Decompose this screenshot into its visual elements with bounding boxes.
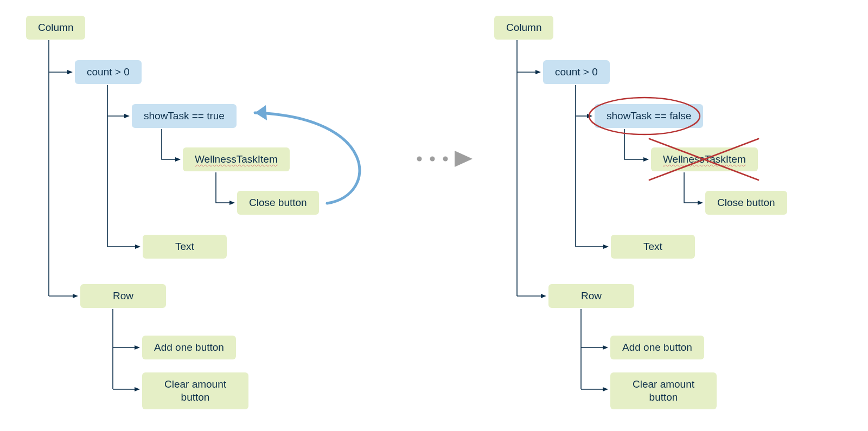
left-clearamount-node: Clear amount button <box>142 372 248 409</box>
right-closebutton-node: Close button <box>705 191 787 215</box>
right-clearamount-label: Clear amount button <box>622 378 705 404</box>
right-showtask-label: showTask == false <box>607 110 691 123</box>
left-count-node: count > 0 <box>75 60 142 84</box>
right-column-node: Column <box>494 16 553 40</box>
transition-arrow-icon <box>417 151 473 167</box>
left-row-node: Row <box>80 284 166 308</box>
left-wellness-node: WellnessTaskItem <box>183 147 290 171</box>
right-closebutton-label: Close button <box>717 196 775 209</box>
svg-point-0 <box>417 157 422 162</box>
right-text-label: Text <box>643 240 662 253</box>
left-closebutton-node: Close button <box>237 191 319 215</box>
right-text-node: Text <box>611 235 695 259</box>
left-addone-label: Add one button <box>154 341 224 354</box>
left-count-label: count > 0 <box>87 66 130 79</box>
left-row-label: Row <box>113 290 133 303</box>
left-text-label: Text <box>175 240 194 253</box>
right-wellness-label: WellnessTaskItem <box>663 153 746 166</box>
right-addone-node: Add one button <box>610 336 704 359</box>
left-closebutton-label: Close button <box>249 196 307 209</box>
left-text-node: Text <box>143 235 227 259</box>
right-column-label: Column <box>506 21 541 34</box>
svg-point-2 <box>443 157 448 162</box>
left-addone-node: Add one button <box>142 336 236 359</box>
right-showtask-node: showTask == false <box>595 104 703 128</box>
right-wellness-node: WellnessTaskItem <box>651 147 758 171</box>
right-row-node: Row <box>548 284 634 308</box>
left-column-label: Column <box>38 21 73 34</box>
diagram-canvas: Column count > 0 showTask == true Wellne… <box>0 0 868 431</box>
left-wellness-label: WellnessTaskItem <box>195 153 278 166</box>
right-count-label: count > 0 <box>555 66 598 79</box>
svg-point-1 <box>430 157 435 162</box>
left-showtask-node: showTask == true <box>132 104 237 128</box>
right-addone-label: Add one button <box>622 341 692 354</box>
left-column-node: Column <box>26 16 85 40</box>
right-clearamount-node: Clear amount button <box>610 372 717 409</box>
left-clearamount-label: Clear amount button <box>154 378 237 404</box>
right-row-label: Row <box>581 290 602 303</box>
right-count-node: count > 0 <box>543 60 610 84</box>
left-showtask-label: showTask == true <box>144 110 225 123</box>
